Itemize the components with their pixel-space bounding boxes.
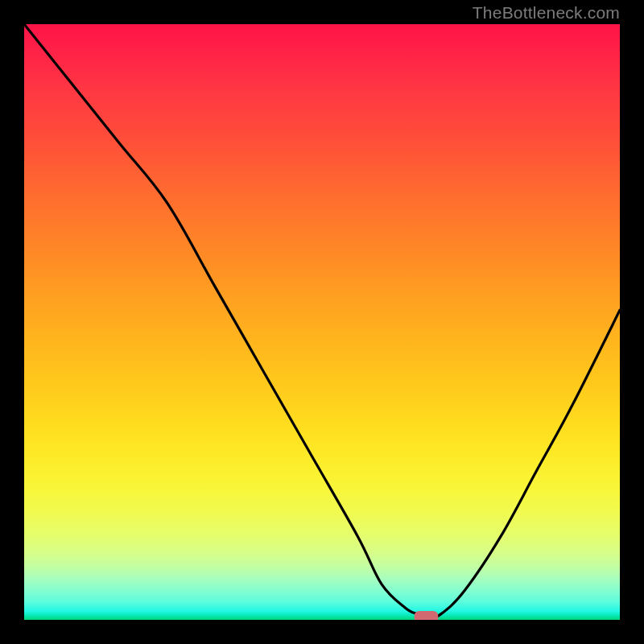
optimal-marker — [415, 611, 439, 620]
watermark-text: TheBottleneck.com — [473, 3, 620, 23]
plot-area — [24, 24, 620, 620]
chart-svg — [24, 24, 620, 620]
chart-container: TheBottleneck.com — [0, 0, 644, 644]
bottleneck-curve — [24, 24, 620, 617]
